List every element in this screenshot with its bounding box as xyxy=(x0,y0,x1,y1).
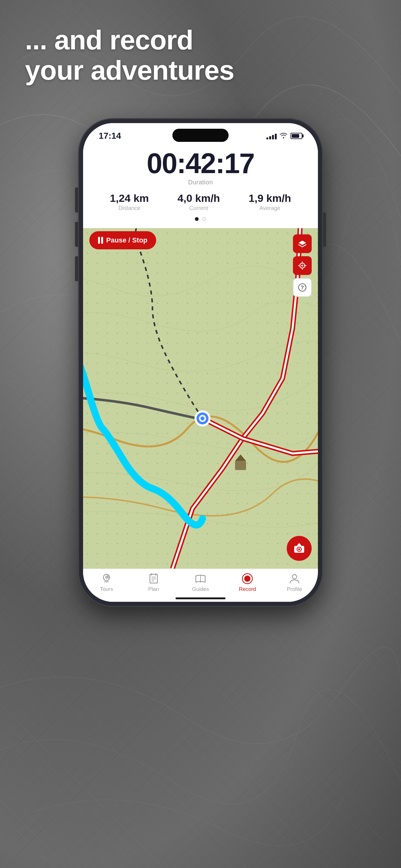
timer-display: 00:42:17 xyxy=(96,149,305,178)
camera-fab-button[interactable] xyxy=(287,536,312,561)
pause-stop-button[interactable]: Pause / Stop xyxy=(89,231,156,249)
nav-item-guides[interactable]: Guides xyxy=(185,573,216,592)
nav-label-record: Record xyxy=(239,586,256,592)
status-icons xyxy=(266,132,302,140)
map-controls: ? xyxy=(293,234,312,297)
wifi-icon xyxy=(280,132,287,140)
dot-2 xyxy=(202,217,206,221)
svg-point-10 xyxy=(301,265,303,267)
nav-label-profile: Profile xyxy=(287,586,302,592)
svg-point-19 xyxy=(298,548,300,550)
nav-label-guides: Guides xyxy=(192,586,209,592)
dot-1 xyxy=(195,217,199,221)
plan-icon xyxy=(147,573,160,585)
phone-screen: 17:14 xyxy=(83,123,318,602)
stat-current: 4,0 km/h Current xyxy=(177,192,220,212)
pause-icon xyxy=(98,237,103,244)
guides-icon xyxy=(194,573,207,585)
stat-average-value: 1,9 km/h xyxy=(248,192,291,204)
status-time: 17:14 xyxy=(99,131,121,141)
svg-point-31 xyxy=(244,576,250,582)
locate-button[interactable] xyxy=(293,256,312,275)
stat-current-label: Current xyxy=(177,205,220,212)
svg-text:?: ? xyxy=(301,285,304,290)
headline-line2: your adventures xyxy=(25,55,234,86)
svg-point-32 xyxy=(292,575,297,579)
stat-distance-label: Distance xyxy=(110,205,149,212)
svg-rect-7 xyxy=(235,461,246,470)
stat-distance: 1,24 km Distance xyxy=(110,192,149,212)
dynamic-island xyxy=(172,129,229,142)
nav-item-record[interactable]: Record xyxy=(232,573,263,592)
help-button[interactable]: ? xyxy=(293,278,312,297)
stats-row: 1,24 km Distance 4,0 km/h Current 1,9 km… xyxy=(96,192,305,212)
nav-item-plan[interactable]: Plan xyxy=(138,573,169,592)
phone-frame: 17:14 xyxy=(79,119,322,606)
profile-icon xyxy=(288,573,301,585)
timer-label: Duration xyxy=(96,179,305,186)
svg-point-6 xyxy=(201,416,205,421)
tours-icon xyxy=(100,573,113,585)
home-indicator xyxy=(175,597,226,599)
stat-average: 1,9 km/h Average xyxy=(248,192,291,212)
status-bar: 17:14 xyxy=(83,123,318,143)
nav-item-profile[interactable]: Profile xyxy=(279,573,310,592)
battery-icon xyxy=(291,133,302,139)
stat-average-label: Average xyxy=(248,205,291,212)
nav-item-tours[interactable]: Tours xyxy=(91,573,122,592)
stat-distance-value: 1,24 km xyxy=(110,192,149,204)
headline-line1: ... and record xyxy=(25,24,193,55)
signal-bars-icon xyxy=(266,132,277,140)
nav-label-tours: Tours xyxy=(100,586,113,592)
pause-button-label: Pause / Stop xyxy=(106,236,147,244)
record-icon xyxy=(241,573,254,585)
headline: ... and record your adventures xyxy=(25,25,376,86)
stat-current-value: 4,0 km/h xyxy=(177,192,220,204)
nav-label-plan: Plan xyxy=(148,586,159,592)
dots-indicator xyxy=(96,217,305,221)
map-area: 300 xyxy=(83,228,318,569)
timer-area: 00:42:17 Duration 1,24 km Distance 4,0 k… xyxy=(83,143,318,228)
layers-button[interactable] xyxy=(293,234,312,253)
bottom-nav: Tours Plan xyxy=(83,569,318,602)
